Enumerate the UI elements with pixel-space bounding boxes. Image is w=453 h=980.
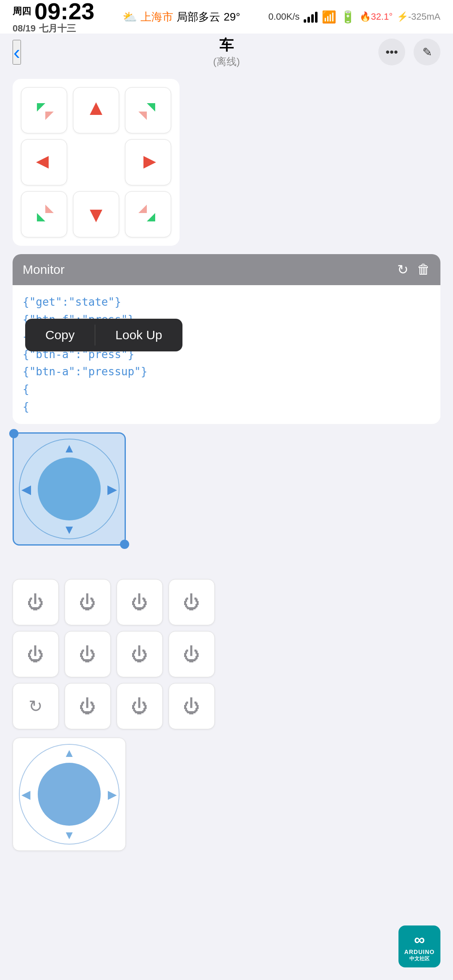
arduino-logo-text: ARDUINO: [404, 949, 435, 955]
power-icon-2-3: ⏻: [131, 645, 148, 664]
power-btn-1-4[interactable]: ⏻: [169, 579, 215, 625]
svg-marker-8: [45, 205, 54, 213]
arrow-right-icon: [138, 152, 159, 173]
page-title: 车: [213, 36, 240, 55]
dir-btn-top-right[interactable]: [125, 87, 171, 133]
arrow-bottom-right-icon: [138, 204, 159, 225]
power-btn-3-2[interactable]: ⏻: [65, 683, 111, 729]
joystick-outer-circle: ▲ ▼ ◀ ▶: [19, 439, 120, 539]
power-btn-1-1[interactable]: ⏻: [13, 579, 59, 625]
edit-button[interactable]: ✎: [414, 39, 440, 65]
monitor-trash-button[interactable]: 🗑: [417, 262, 430, 278]
header-actions: ••• ✎: [378, 39, 440, 65]
lunar-date: 七月十三: [39, 23, 76, 34]
arrow-bottom-left-icon: [34, 204, 55, 225]
monitor-title: Monitor: [23, 263, 65, 277]
monitor-refresh-button[interactable]: ↻: [397, 262, 409, 278]
joystick-knob[interactable]: [38, 458, 101, 520]
bottom-joystick-arrow-bottom-icon: ▼: [63, 829, 75, 842]
more-icon: •••: [385, 45, 398, 59]
bottom-joystick-arrow-right-icon: ▶: [108, 788, 117, 801]
monitor-container: Monitor ↻ 🗑 {"get":"state"} {"btn-f":"pr…: [13, 254, 440, 424]
arrow-top-left-icon: [34, 100, 55, 121]
power-btn-3-1[interactable]: ↻: [13, 683, 59, 729]
arduino-logo-symbol: ∞: [414, 931, 425, 949]
monitor-body[interactable]: {"get":"state"} {"btn-f":"press"} {"btn-…: [13, 285, 440, 424]
status-bar-left: 周四 09:23 08/19 七月十三: [13, 0, 94, 34]
copy-menu-item[interactable]: Copy: [25, 319, 95, 351]
power-icon-1-1: ⏻: [27, 593, 44, 612]
power-btn-2-4[interactable]: ⏻: [169, 631, 215, 677]
back-button[interactable]: ‹: [13, 40, 21, 65]
context-menu: Copy Look Up: [25, 319, 182, 351]
cpu-temp: 🔥32.1°: [359, 11, 393, 22]
app-header: ‹ 车 (离线) ••• ✎: [0, 34, 453, 70]
lookup-menu-item[interactable]: Look Up: [95, 319, 182, 351]
joystick-container: ▲ ▼ ◀ ▶: [13, 432, 126, 546]
svg-marker-9: [90, 210, 102, 222]
weather-city: 上海市: [141, 10, 173, 24]
arrow-left-icon: [34, 152, 55, 173]
bottom-joystick-arrow-top-icon: ▲: [63, 746, 75, 760]
svg-marker-11: [138, 205, 147, 213]
main-content: Monitor ↻ 🗑 {"get":"state"} {"btn-f":"pr…: [0, 70, 453, 872]
svg-marker-2: [90, 102, 102, 115]
power-btn-3-4[interactable]: ⏻: [169, 683, 215, 729]
arrow-down-icon: [86, 204, 107, 225]
power-icon-1-4: ⏻: [183, 593, 200, 612]
log-line-6: {: [23, 381, 430, 398]
power-buttons-grid: ⏻ ⏻ ⏻ ⏻ ⏻ ⏻ ⏻ ⏻ ↻ ⏻ ⏻: [13, 579, 215, 729]
edit-icon: ✎: [422, 45, 432, 59]
power-btn-1-2[interactable]: ⏻: [65, 579, 111, 625]
arduino-logo: ∞ ARDUINO 中文社区: [398, 925, 440, 967]
svg-marker-3: [147, 103, 155, 112]
dir-btn-left[interactable]: [21, 139, 67, 185]
more-button[interactable]: •••: [378, 39, 405, 65]
direction-pad: [13, 79, 180, 246]
dir-btn-center: [73, 139, 119, 185]
joystick-arrow-top-icon: ▲: [63, 441, 76, 455]
spacer: [13, 562, 440, 579]
joystick-handle-tl: [9, 429, 18, 438]
svg-marker-5: [36, 156, 49, 169]
dir-btn-right[interactable]: [125, 139, 171, 185]
weather-icon: ⛅: [122, 10, 137, 24]
week-day: 周四: [13, 6, 31, 17]
log-line-1: {"get":"state"}: [23, 294, 430, 311]
power-icon-2-2: ⏻: [79, 645, 96, 664]
power-btn-1-3[interactable]: ⏻: [117, 579, 163, 625]
bottom-joystick-knob[interactable]: [38, 763, 101, 826]
power-icon-3-2: ⏻: [79, 697, 96, 716]
power-btn-2-3[interactable]: ⏻: [117, 631, 163, 677]
power-btn-2-1[interactable]: ⏻: [13, 631, 59, 677]
signal-bar-1: [304, 19, 306, 23]
power-btn-2-2[interactable]: ⏻: [65, 631, 111, 677]
charging-info: ⚡-325mA: [397, 11, 440, 22]
dir-btn-bottom-left[interactable]: [21, 191, 67, 237]
wifi-icon: 📶: [322, 10, 336, 24]
power-icon-1-3: ⏻: [131, 593, 148, 612]
power-icon-3-4: ⏻: [183, 697, 200, 716]
weather-temp: 29°: [224, 10, 240, 23]
arrow-top-right-icon: [138, 100, 159, 121]
arrow-up-icon: [86, 100, 107, 121]
dir-btn-bottom-right[interactable]: [125, 191, 171, 237]
dir-btn-top-left[interactable]: [21, 87, 67, 133]
svg-marker-1: [45, 112, 54, 120]
monitor-actions: ↻ 🗑: [397, 262, 430, 278]
joystick-widget[interactable]: ▲ ▼ ◀ ▶: [13, 432, 126, 546]
dir-btn-up[interactable]: [73, 87, 119, 133]
joystick-arrow-right-icon: ▶: [107, 482, 117, 496]
date-display: 08/19: [13, 23, 36, 34]
dir-btn-down[interactable]: [73, 191, 119, 237]
bottom-joystick-widget[interactable]: ▲ ▼ ◀ ▶: [13, 738, 126, 851]
joystick-handle-br: [120, 540, 129, 549]
signal-bar-4: [315, 12, 318, 23]
joystick-arrow-bottom-icon: ▼: [63, 522, 76, 537]
svg-marker-0: [37, 103, 45, 112]
page-subtitle: (离线): [213, 55, 240, 68]
power-btn-3-3[interactable]: ⏻: [117, 683, 163, 729]
bottom-joystick-arrow-left-icon: ◀: [21, 788, 31, 801]
log-line-5: {"btn-a":"pressup"}: [23, 363, 430, 381]
svg-marker-4: [138, 112, 147, 120]
